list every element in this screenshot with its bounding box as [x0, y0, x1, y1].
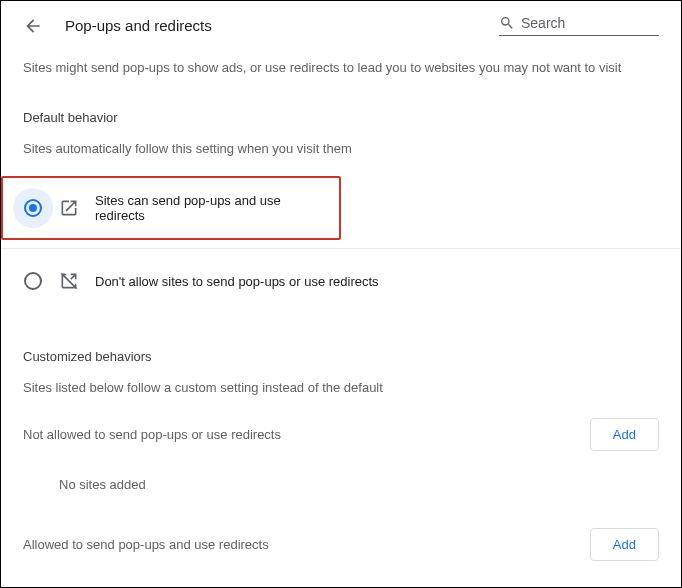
- customized-subtext: Sites listed below follow a custom setti…: [23, 378, 659, 398]
- default-behavior-heading: Default behavior: [23, 110, 659, 125]
- launch-icon: [59, 198, 79, 218]
- search-icon: [499, 15, 515, 31]
- back-arrow-icon[interactable]: [23, 16, 43, 36]
- search-field[interactable]: [499, 15, 659, 36]
- add-allowed-button[interactable]: Add: [590, 528, 659, 561]
- radio-block-label: Don't allow sites to send pop-ups or use…: [95, 274, 379, 289]
- default-behavior-subtext: Sites automatically follow this setting …: [23, 139, 659, 159]
- search-input[interactable]: [521, 15, 659, 31]
- radio-block-popups[interactable]: Don't allow sites to send pop-ups or use…: [1, 249, 681, 313]
- page-title: Pop-ups and redirects: [65, 17, 499, 34]
- add-not-allowed-button[interactable]: Add: [590, 418, 659, 451]
- radio-allow-popups[interactable]: Sites can send pop-ups and use redirects: [1, 176, 341, 240]
- customized-heading: Customized behaviors: [23, 349, 659, 364]
- radio-indicator: [13, 188, 53, 228]
- intro-text: Sites might send pop-ups to show ads, or…: [23, 58, 659, 78]
- radio-indicator: [13, 261, 53, 301]
- allowed-title: Allowed to send pop-ups and use redirect…: [23, 537, 269, 552]
- launch-off-icon: [59, 271, 79, 291]
- not-allowed-empty: No sites added: [23, 477, 659, 492]
- not-allowed-title: Not allowed to send pop-ups or use redir…: [23, 427, 281, 442]
- radio-allow-label: Sites can send pop-ups and use redirects: [95, 193, 319, 223]
